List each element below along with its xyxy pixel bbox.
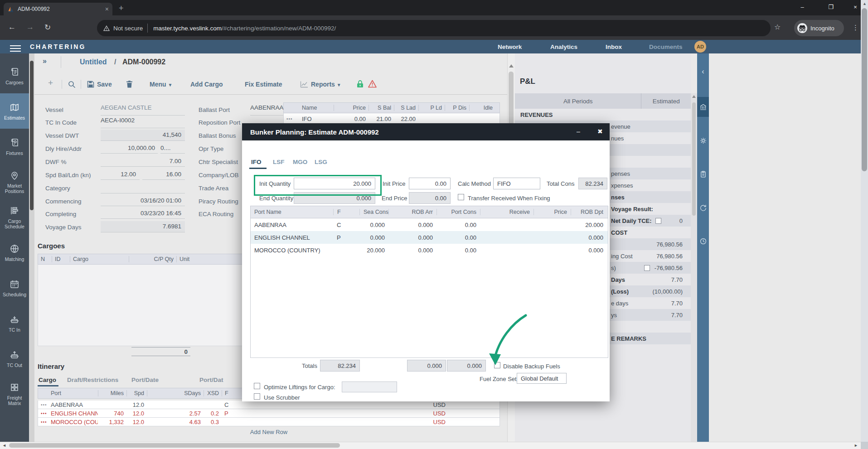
not-secure-label[interactable]: Not secure [113,25,143,32]
add-new-row-button[interactable]: Add New Row [38,429,500,435]
transfer-received-checkbox[interactable] [458,194,464,200]
optimize-cargo-input[interactable] [342,381,397,392]
itinerary-tab-draft[interactable]: Draft/Restrictions [67,377,118,383]
itin-col-port[interactable]: Port [48,390,98,396]
cargo-col-n[interactable]: N [38,256,52,262]
itin-col-spd[interactable]: Spd [126,390,147,396]
nav-network[interactable]: Network [498,43,522,50]
sidebar-item-cargo-schedule[interactable]: Cargo Schedule [0,199,29,235]
itin-col-f[interactable]: F [222,390,238,396]
col-f[interactable]: F [333,209,359,215]
address-bar[interactable]: Not secure master.tyche.veslink.com/#cha… [97,20,771,36]
nav-inbox[interactable]: Inbox [606,43,622,50]
addr-comm-field[interactable]: 0.... [160,143,185,154]
back-icon[interactable]: ← [8,23,16,32]
new-tab-button[interactable]: + [119,4,124,13]
fuel-col-pdis[interactable]: P Dis [445,105,469,111]
clock-icon[interactable] [697,233,709,249]
sidebar-item-tc-in[interactable]: TC In [0,305,29,341]
clipboard-icon[interactable] [697,166,709,182]
row-menu-icon[interactable]: ••• [284,116,299,121]
itinerary-tab-portdat2[interactable]: Port/Dat [199,377,223,383]
fuel-col-pld[interactable]: P Ld [418,105,445,111]
collapse-right-icon[interactable]: ‹ [697,63,709,80]
save-button[interactable]: Save [97,81,112,88]
reload-icon[interactable]: ↻ [44,23,51,32]
sidebar-item-matching[interactable]: Matching [0,235,29,270]
estimate-name[interactable]: Untitled [80,58,107,66]
cargo-col-id[interactable]: ID [52,256,70,262]
itinerary-row-1[interactable]: ••• AABENRAA 12.0 C USD [38,401,500,409]
window-scrollbar-thumb[interactable] [862,8,867,171]
row-menu-icon[interactable]: ••• [38,402,48,407]
lock-icon[interactable] [356,80,364,88]
bunker-row-english-channel[interactable]: ENGLISH CHANNELP 0.0000.000 0.00 0.000 [251,231,608,244]
menu-button[interactable]: Menu ▼ [150,81,172,88]
reports-button[interactable]: Reports ▼ [311,81,341,88]
sidebar-item-tc-out[interactable]: TC Out [0,341,29,376]
itinerary-row-3[interactable]: ••• MOROCCO (COUNTRY 1,332 12.0 4.63 0.3… [38,418,500,426]
add-icon[interactable]: + [48,78,53,88]
category-field[interactable] [101,182,185,193]
tc-in-code-field[interactable]: AECA-I0002 [101,117,185,128]
window-close-button[interactable]: × [849,4,862,10]
itin-col-miles[interactable]: Miles [98,390,126,396]
itinerary-row-2[interactable]: ••• ENGLISH CHANNEL 740 12.0 2.57 0.2 P … [38,409,500,418]
cost-checkbox[interactable] [644,265,650,271]
pnl-col-estimated[interactable]: Estimated [641,93,691,109]
itin-col-xsd[interactable]: XSD [204,390,222,396]
itinerary-tab-portdate[interactable]: Port/Date [131,377,159,383]
modal-tab-lsg[interactable]: LSG [315,159,327,165]
col-price[interactable]: Price [533,209,571,215]
tab-close-icon[interactable]: × [105,5,109,13]
modal-tab-mgo[interactable]: MGO [293,159,307,165]
window-minimize-button[interactable]: – [795,4,809,10]
modal-title-bar[interactable]: Bunker Planning: Estimate ADM-000992 [242,123,610,140]
cargo-col-qty[interactable]: C/P Qty [129,256,176,262]
sidebar-item-freight-matrix[interactable]: Freight Matrix [0,376,29,411]
col-receive[interactable]: Receive [480,209,533,215]
sidebar-item-market-positions[interactable]: Market Positions [0,164,29,199]
browser-menu-icon[interactable]: ⋮ [852,24,859,32]
sidebar-item-scheduling[interactable]: Scheduling [0,270,29,305]
fuel-col-idle[interactable]: Idle [469,105,495,111]
col-sea-cons[interactable]: Sea Cons [359,209,388,215]
search-icon[interactable] [68,81,76,88]
itinerary-tab-cargo[interactable]: Cargo [39,377,56,383]
optimize-liftings-checkbox[interactable] [254,383,260,389]
forward-icon[interactable]: → [26,23,34,32]
modal-minimize-icon[interactable]: – [577,128,580,135]
commencing-field[interactable]: 03/16/20 01:00 [101,195,185,206]
cargo-col-unit[interactable]: Unit [176,256,204,262]
itin-col-sdays[interactable]: SDays [147,390,204,396]
col-port-cons[interactable]: Port Cons [436,209,480,215]
hamburger-menu-icon[interactable] [10,43,21,53]
sidebar-item-fixtures[interactable]: Fixtures [0,129,29,164]
refresh-icon[interactable] [697,199,709,216]
fix-estimate-button[interactable]: Fix Estimate [245,81,282,88]
modal-tab-lsf[interactable]: LSF [273,159,285,165]
modal-tab-ifo[interactable]: IFO [251,159,262,165]
row-menu-icon[interactable]: ••• [38,411,48,416]
modal-close-icon[interactable]: ✖ [597,128,603,135]
scroll-up-icon[interactable]: ▲ [863,1,867,6]
sidebar-item-cargoes[interactable]: Cargoes [0,58,29,93]
scroll-right-icon[interactable]: ► [854,443,858,448]
nav-analytics[interactable]: Analytics [550,43,577,50]
col-rob-dpt[interactable]: ROB Dpt [571,209,607,215]
fuel-col-name[interactable]: Name [299,105,334,111]
collapse-panel-icon[interactable]: » [43,57,47,65]
bunker-row-aabenraa[interactable]: AABENRAAC 0.0000.000 0.00 20.000 [251,218,608,231]
nav-documents[interactable]: Documents [649,43,683,50]
bunker-row-morocco[interactable]: MOROCCO (COUNTRY) 20.0000.000 0.00 0.000 [251,244,608,256]
spd-laden-field[interactable]: 16.00 [142,169,185,180]
user-avatar[interactable]: AD [694,41,706,53]
spd-ballast-field[interactable]: 12.00 [101,169,140,180]
fuel-col-slad[interactable]: S Lad [394,105,418,111]
fuel-col-sbal[interactable]: S Bal [369,105,394,111]
calc-method-select[interactable]: FIFO [493,178,540,189]
row-menu-icon[interactable]: ••• [38,420,48,425]
col-port-name[interactable]: Port Name [251,209,333,215]
add-cargo-button[interactable]: Add Cargo [190,81,223,88]
scroll-left-icon[interactable]: ◄ [2,443,6,448]
